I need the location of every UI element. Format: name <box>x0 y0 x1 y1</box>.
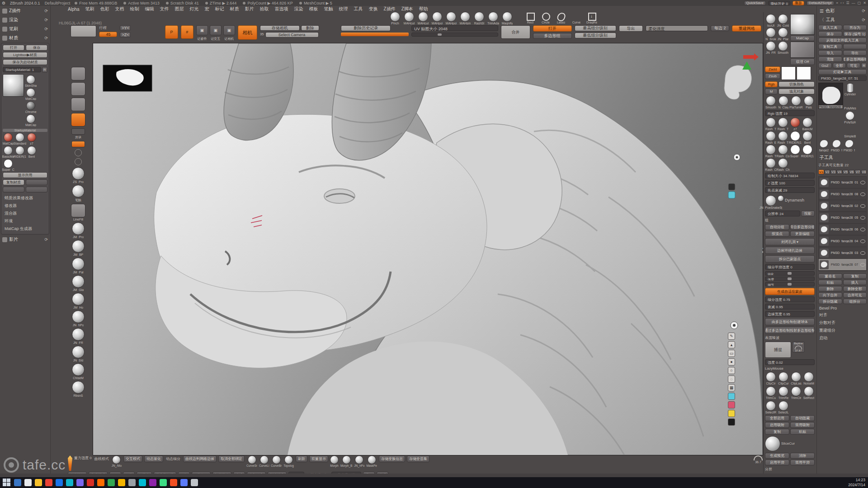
matcap-button[interactable]: MatCap <box>790 35 815 41</box>
menu-item[interactable]: 模板 <box>309 6 318 12</box>
flip-y-button[interactable]: >Y< <box>120 25 131 31</box>
adaptive-skin-button[interactable]: 生成自适应蒙皮 <box>765 288 815 295</box>
menu-item[interactable]: 标记 <box>215 6 224 12</box>
palette-color[interactable]: ☰ 色彩 ⟳ <box>818 7 867 15</box>
strip-tool-button[interactable]: RbsnS <box>72 381 85 397</box>
version-tab[interactable]: V1 <box>818 169 824 174</box>
alt-color-swatch[interactable] <box>797 66 811 80</box>
bottom-shelf-item[interactable]: 动态量化 <box>144 455 163 462</box>
bottom-shelf-item[interactable]: JN_/Mo <box>112 455 122 467</box>
focal-shift-slider[interactable]: 焦点衰减 29 <box>765 187 815 193</box>
material-empty-button[interactable] <box>26 187 47 192</box>
current-material-thumbnail[interactable] <box>3 74 24 97</box>
subtool-action-button[interactable]: 删除 <box>818 286 842 291</box>
rgb-intensity-slider[interactable]: Rgb 强度 19 <box>765 110 815 116</box>
matcap-item[interactable]: Bent <box>26 146 37 158</box>
bottom-shelf-item[interactable]: 曲线模式 <box>94 455 110 462</box>
menu-item[interactable]: Z插件 <box>384 6 396 12</box>
create-from-paint-button[interactable]: 由多边形绘制创建球体 <box>765 318 815 325</box>
tray-grid-item[interactable]: z7 <box>789 117 801 131</box>
eye-icon[interactable] <box>860 216 865 220</box>
delete-camera-button[interactable]: 删除 <box>301 25 319 31</box>
version-tab[interactable]: V2 <box>825 169 830 174</box>
bottom-shelf-item[interactable]: 曲线边到网格边缘 <box>183 455 217 462</box>
bottom-shelf-item[interactable]: MaskPe <box>366 455 377 467</box>
lightbox-tool-button[interactable]: 灯箱▶工具 <box>818 69 867 75</box>
menu-item[interactable]: 渲染 <box>294 6 303 12</box>
polygroup-button[interactable]: 多边形组 <box>533 33 572 39</box>
record-toggle[interactable]: ▣ <box>223 25 235 35</box>
dock-footer-item[interactable]: 启动 <box>818 334 867 342</box>
split-masked-button[interactable]: 拆分已蒙版点 <box>765 255 815 263</box>
bottom-shelf-item[interactable]: CurveLi <box>259 455 269 467</box>
system-clock[interactable]: 14:23 2024/7/14 <box>848 478 865 487</box>
brush-button[interactable]: MAHpol <box>431 12 443 25</box>
subpalette-header[interactable]: 修改器 <box>3 202 47 210</box>
subtool-action-button[interactable]: 拆分隐藏 <box>818 299 842 304</box>
zscript-selector[interactable]: DefaultZScript <box>807 1 834 5</box>
dock-footer-item[interactable]: 重建细分 <box>818 327 867 334</box>
zadd-toggle[interactable]: Zadd <box>765 66 780 72</box>
menu-item[interactable]: 文件 <box>160 6 169 12</box>
tool-thumbnail[interactable]: PolyMes <box>844 97 856 110</box>
close-holes-dropdown[interactable]: 封闭孔洞 ▾ <box>765 238 815 245</box>
strip-tool-button[interactable] <box>75 149 82 157</box>
tray-brush-button[interactable]: TrimRe <box>778 386 789 399</box>
bottom-shelf-item[interactable]: 刷新 <box>296 455 307 462</box>
taskbar-app-icon[interactable] <box>160 479 167 486</box>
tray-pair-button[interactable]: 启用吸附 <box>765 422 789 428</box>
window-maximize-button[interactable]: ▢ <box>858 1 861 5</box>
pen-tool-icon[interactable]: ✎ <box>728 333 735 340</box>
m-toggle[interactable]: M <box>765 89 778 94</box>
tray-brush-button[interactable]: NoiseM <box>803 372 815 385</box>
switch-color-button[interactable]: 切换颜色 <box>778 81 815 87</box>
version-tab[interactable]: V6 <box>849 169 855 174</box>
tray-grid-item[interactable]: Rash_E <box>765 131 777 144</box>
strip-tool-button[interactable]: JN_hPo <box>72 310 85 327</box>
tray-action-button[interactable]: 更新编组 <box>790 231 815 237</box>
strip-tool-button[interactable]: 笔触 <box>72 185 85 202</box>
material-empty-button[interactable] <box>26 179 47 185</box>
taskbar-app-icon[interactable] <box>128 479 136 486</box>
brush-button[interactable]: RashSt <box>473 12 486 25</box>
black-swatch[interactable] <box>728 418 735 426</box>
brush-button[interactable]: TrimAda <box>487 12 500 25</box>
version-tab[interactable]: V8 <box>861 169 867 174</box>
bottom-shelf-item[interactable]: 存储全选集 <box>407 455 429 462</box>
bottom-shelf-item[interactable]: Morph <box>330 455 339 467</box>
subdiv-strength-slider[interactable]: 细分强度 0.75 <box>765 296 815 302</box>
strip-tool-button[interactable] <box>71 98 85 112</box>
tray-grid-item[interactable]: Rash_T <box>765 145 777 158</box>
subtool-row[interactable]: PM3D_fange28_05 <box>819 212 866 224</box>
menu-item[interactable]: 材质 <box>230 6 239 12</box>
tray-grid-item[interactable]: RIDER(1 <box>802 145 813 158</box>
store-camera-button[interactable]: 存储相机 <box>260 25 300 31</box>
subtool-action-button[interactable]: 删除全部 <box>843 286 867 291</box>
taskbar-app-icon[interactable] <box>14 479 21 486</box>
tray-brush-button[interactable]: JN_Plar <box>777 28 789 41</box>
taskbar-app-icon[interactable] <box>76 479 84 486</box>
material-open-button[interactable]: 打开 <box>3 45 24 51</box>
bottom-shelf-item[interactable]: JN_hPo <box>354 455 364 467</box>
subpalette-header[interactable]: 混合器 <box>3 210 47 217</box>
dock-footer-item[interactable]: 分散对齐 <box>818 319 867 327</box>
main-color-swatch[interactable] <box>781 66 796 80</box>
version-tab[interactable]: V7 <box>855 169 861 174</box>
z-intensity-slider[interactable]: Z 强度 100 <box>765 180 815 186</box>
active-tool-thumbnail[interactable]: PM3D_fange28_07 <box>818 83 843 109</box>
draw-size-slider[interactable]: 绘制大小 34.78834 <box>765 173 815 178</box>
eye-icon[interactable] <box>860 251 865 255</box>
tray-brush-button[interactable]: JN_FR <box>765 41 777 54</box>
project-paint-button[interactable]: 通过多边形绘制投射多边形绘制 <box>765 327 815 334</box>
mini-slider[interactable]: 细节 <box>765 282 815 286</box>
resolution-slider[interactable]: 分辨率 24 <box>765 211 800 216</box>
refresh-icon[interactable]: ⟳ <box>44 18 48 22</box>
undo-history-slider[interactable]: 撤销历史 0 <box>768 1 790 5</box>
open-toggle-button[interactable]: 打开 <box>533 25 572 32</box>
stroke-type-button[interactable]: Circle <box>539 12 552 24</box>
edge-width-slider[interactable]: 边缘宽度 0.95 <box>765 311 815 317</box>
window-minimize-button[interactable]: — <box>852 1 855 5</box>
palette-render[interactable]: 渲染 ⟳ <box>1 16 49 24</box>
taskbar-app-icon[interactable] <box>191 479 198 486</box>
fill-object-button[interactable]: 填充对象 <box>778 89 815 94</box>
